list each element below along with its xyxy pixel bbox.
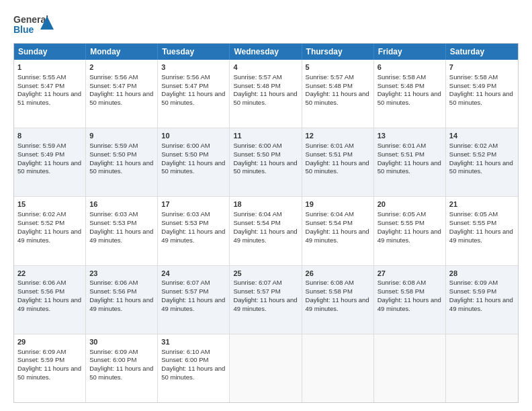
calendar-cell: 10Sunrise: 6:00 AMSunset: 5:50 PMDayligh… bbox=[158, 128, 230, 196]
sunset-label: Sunset: 5:52 PM bbox=[17, 219, 64, 226]
calendar-body: 1Sunrise: 5:55 AMSunset: 5:47 PMDaylight… bbox=[14, 60, 518, 402]
daylight-label: Daylight: 11 hours and 50 minutes. bbox=[161, 90, 225, 106]
day-number: 8 bbox=[17, 131, 82, 141]
calendar-cell: 27Sunrise: 6:08 AMSunset: 5:58 PMDayligh… bbox=[374, 266, 446, 334]
calendar-cell: 23Sunrise: 6:06 AMSunset: 5:56 PMDayligh… bbox=[86, 266, 158, 334]
sunset-label: Sunset: 5:57 PM bbox=[161, 287, 208, 295]
calendar-week-1: 1Sunrise: 5:55 AMSunset: 5:47 PMDaylight… bbox=[14, 60, 518, 128]
calendar-cell: 24Sunrise: 6:07 AMSunset: 5:57 PMDayligh… bbox=[158, 266, 230, 334]
logo-svg: General Blue bbox=[13, 11, 54, 36]
sunset-label: Sunset: 5:53 PM bbox=[161, 219, 208, 226]
sunset-label: Sunset: 5:59 PM bbox=[449, 287, 496, 295]
sunset-label: Sunset: 5:59 PM bbox=[17, 356, 64, 363]
sunset-label: Sunset: 6:00 PM bbox=[89, 356, 136, 363]
day-number: 15 bbox=[17, 199, 82, 210]
calendar-cell: 17Sunrise: 6:03 AMSunset: 5:53 PMDayligh… bbox=[158, 197, 230, 265]
calendar-cell: 22Sunrise: 6:06 AMSunset: 5:56 PMDayligh… bbox=[14, 266, 86, 334]
daylight-label: Daylight: 11 hours and 49 minutes. bbox=[233, 228, 297, 244]
header-day-monday: Monday bbox=[86, 44, 158, 60]
daylight-label: Daylight: 11 hours and 49 minutes. bbox=[233, 296, 297, 312]
daylight-label: Daylight: 11 hours and 50 minutes. bbox=[89, 159, 153, 175]
calendar-cell: 31Sunrise: 6:10 AMSunset: 6:00 PMDayligh… bbox=[158, 334, 230, 402]
header-day-saturday: Saturday bbox=[446, 44, 518, 60]
day-number: 11 bbox=[233, 131, 298, 141]
sunrise-label: Sunrise: 5:58 AM bbox=[449, 73, 498, 81]
day-number: 26 bbox=[306, 269, 370, 279]
sunrise-label: Sunrise: 6:01 AM bbox=[306, 142, 354, 149]
calendar-cell: 20Sunrise: 6:05 AMSunset: 5:55 PMDayligh… bbox=[374, 197, 446, 265]
daylight-label: Daylight: 11 hours and 50 minutes. bbox=[449, 90, 513, 106]
day-number: 4 bbox=[233, 62, 298, 73]
calendar-cell: 14Sunrise: 6:02 AMSunset: 5:52 PMDayligh… bbox=[446, 128, 518, 196]
sunset-label: Sunset: 5:56 PM bbox=[89, 287, 136, 295]
sunrise-label: Sunrise: 5:59 AM bbox=[89, 142, 138, 149]
sunrise-label: Sunrise: 6:03 AM bbox=[89, 210, 138, 218]
day-number: 21 bbox=[449, 199, 515, 210]
calendar-cell: 4Sunrise: 5:57 AMSunset: 5:48 PMDaylight… bbox=[230, 60, 302, 128]
sunrise-label: Sunrise: 6:08 AM bbox=[378, 279, 426, 286]
calendar-cell: 13Sunrise: 6:01 AMSunset: 5:51 PMDayligh… bbox=[374, 128, 446, 196]
sunrise-label: Sunrise: 5:56 AM bbox=[161, 73, 210, 81]
calendar-cell bbox=[302, 334, 374, 402]
day-number: 16 bbox=[89, 199, 154, 210]
daylight-label: Daylight: 11 hours and 50 minutes. bbox=[378, 90, 441, 106]
sunrise-label: Sunrise: 6:05 AM bbox=[449, 210, 498, 218]
sunrise-label: Sunrise: 6:09 AM bbox=[89, 348, 138, 355]
day-number: 30 bbox=[89, 337, 154, 347]
sunset-label: Sunset: 5:50 PM bbox=[161, 150, 208, 158]
daylight-label: Daylight: 11 hours and 50 minutes. bbox=[161, 159, 225, 175]
calendar-week-3: 15Sunrise: 6:02 AMSunset: 5:52 PMDayligh… bbox=[14, 196, 518, 265]
daylight-label: Daylight: 11 hours and 50 minutes. bbox=[233, 90, 297, 106]
day-number: 2 bbox=[89, 62, 154, 73]
calendar-cell: 25Sunrise: 6:07 AMSunset: 5:57 PMDayligh… bbox=[230, 266, 302, 334]
day-number: 20 bbox=[378, 199, 442, 210]
calendar-cell: 12Sunrise: 6:01 AMSunset: 5:51 PMDayligh… bbox=[302, 128, 374, 196]
sunset-label: Sunset: 5:55 PM bbox=[378, 219, 425, 226]
sunrise-label: Sunrise: 6:04 AM bbox=[306, 210, 354, 218]
daylight-label: Daylight: 11 hours and 50 minutes. bbox=[233, 159, 297, 175]
sunrise-label: Sunrise: 6:04 AM bbox=[233, 210, 281, 218]
calendar-cell: 28Sunrise: 6:09 AMSunset: 5:59 PMDayligh… bbox=[446, 266, 518, 334]
day-number: 5 bbox=[306, 62, 370, 73]
day-number: 14 bbox=[449, 131, 515, 141]
sunset-label: Sunset: 5:48 PM bbox=[306, 82, 353, 89]
calendar-header: SundayMondayTuesdayWednesdayThursdayFrid… bbox=[14, 44, 518, 60]
sunrise-label: Sunrise: 5:57 AM bbox=[233, 73, 281, 81]
daylight-label: Daylight: 11 hours and 49 minutes. bbox=[306, 228, 369, 244]
sunset-label: Sunset: 5:58 PM bbox=[378, 287, 425, 295]
sunrise-label: Sunrise: 6:08 AM bbox=[306, 279, 354, 286]
header-day-wednesday: Wednesday bbox=[230, 44, 302, 60]
day-number: 24 bbox=[161, 269, 226, 279]
sunrise-label: Sunrise: 6:07 AM bbox=[233, 279, 281, 286]
daylight-label: Daylight: 11 hours and 50 minutes. bbox=[378, 159, 441, 175]
sunrise-label: Sunrise: 6:00 AM bbox=[161, 142, 210, 149]
sunrise-label: Sunrise: 6:05 AM bbox=[378, 210, 426, 218]
daylight-label: Daylight: 11 hours and 49 minutes. bbox=[161, 296, 225, 312]
day-number: 17 bbox=[161, 199, 226, 210]
day-number: 28 bbox=[449, 269, 515, 279]
day-number: 3 bbox=[161, 62, 226, 73]
calendar-page: General Blue SundayMondayTuesdayWednesda… bbox=[0, 0, 532, 411]
sunrise-label: Sunrise: 6:09 AM bbox=[449, 279, 498, 286]
sunset-label: Sunset: 5:47 PM bbox=[17, 82, 64, 89]
day-number: 13 bbox=[378, 131, 442, 141]
calendar-week-4: 22Sunrise: 6:06 AMSunset: 5:56 PMDayligh… bbox=[14, 265, 518, 334]
daylight-label: Daylight: 11 hours and 49 minutes. bbox=[378, 296, 441, 312]
day-number: 7 bbox=[449, 62, 515, 73]
daylight-label: Daylight: 11 hours and 51 minutes. bbox=[17, 90, 81, 106]
day-number: 12 bbox=[306, 131, 370, 141]
daylight-label: Daylight: 11 hours and 50 minutes. bbox=[306, 159, 369, 175]
sunrise-label: Sunrise: 6:09 AM bbox=[17, 348, 66, 355]
day-number: 19 bbox=[306, 199, 370, 210]
daylight-label: Daylight: 11 hours and 50 minutes. bbox=[161, 365, 225, 381]
sunset-label: Sunset: 5:56 PM bbox=[17, 287, 64, 295]
sunset-label: Sunset: 6:00 PM bbox=[161, 356, 208, 363]
sunrise-label: Sunrise: 5:57 AM bbox=[306, 73, 354, 81]
daylight-label: Daylight: 11 hours and 50 minutes. bbox=[17, 365, 81, 381]
sunset-label: Sunset: 5:49 PM bbox=[449, 82, 496, 89]
daylight-label: Daylight: 11 hours and 49 minutes. bbox=[89, 296, 153, 312]
sunset-label: Sunset: 5:50 PM bbox=[89, 150, 136, 158]
sunrise-label: Sunrise: 6:06 AM bbox=[17, 279, 66, 286]
sunset-label: Sunset: 5:58 PM bbox=[306, 287, 353, 295]
daylight-label: Daylight: 11 hours and 49 minutes. bbox=[306, 296, 369, 312]
